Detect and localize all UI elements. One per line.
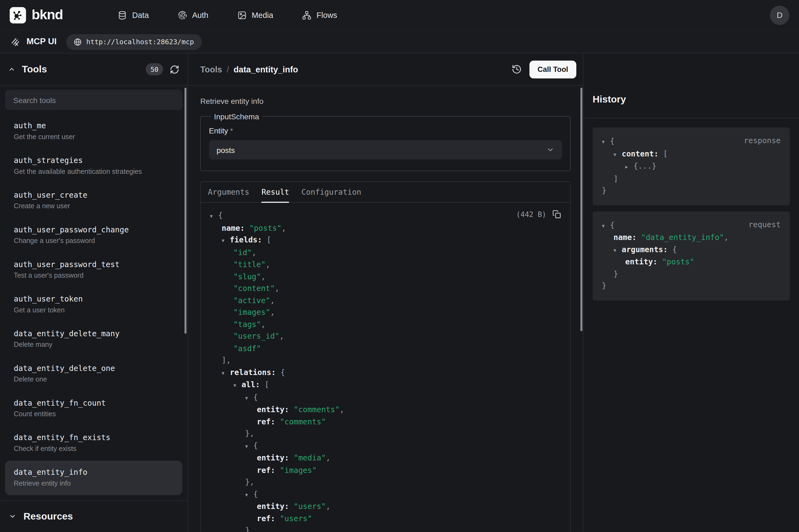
json-string-value: "images" — [280, 465, 317, 475]
call-tool-button[interactable]: Call Tool — [529, 60, 576, 78]
json-punctuation: { — [672, 245, 677, 254]
json-punctuation: } — [602, 281, 606, 290]
tool-list-item-data_entity_delete_one[interactable]: data_entity_delete_oneDelete one — [5, 357, 183, 391]
required-mark: * — [230, 126, 233, 135]
copy-button[interactable] — [552, 210, 561, 218]
tool-name: data_entity_delete_many — [14, 329, 174, 338]
tools-count-badge: 50 — [146, 63, 163, 75]
nav-item-label: Flows — [317, 11, 337, 20]
tool-list-item-auth_strategies[interactable]: auth_strategiesGet the available authent… — [5, 149, 183, 184]
history-entry-response[interactable]: response▾{▾content: [▸{...}]} — [593, 128, 790, 205]
collapse-node-icon[interactable]: ▾ — [233, 380, 242, 392]
tool-description: Retrieve entity info — [14, 479, 174, 487]
tool-description: Retrieve entity info — [200, 97, 571, 106]
json-string-value: "media" — [294, 453, 326, 462]
json-punctuation: } — [245, 429, 250, 438]
entity-select[interactable]: posts — [209, 140, 562, 159]
collapse-node-icon[interactable]: ▾ — [245, 489, 253, 501]
mcp-bar: MCP UI http://localhost:28623/mcp — [0, 31, 799, 54]
breadcrumb-current: data_entity_info — [233, 64, 298, 74]
json-line: ▾fields: [ — [210, 234, 561, 247]
tool-description: Delete one — [14, 376, 174, 383]
database-icon — [118, 11, 127, 20]
json-string-value: "posts" — [249, 224, 282, 233]
history-entry-request[interactable]: request▾{name: "data_entity_info",▾argum… — [593, 211, 790, 300]
json-string-value: "title" — [233, 260, 266, 269]
breadcrumb-tools-link[interactable]: Tools — [200, 64, 222, 74]
json-line: ref: "images" — [210, 464, 561, 476]
collapse-node-icon[interactable]: ▾ — [245, 392, 253, 404]
json-string-value: "content" — [233, 284, 275, 293]
main-nav: DataAuthMediaFlows — [118, 11, 337, 20]
json-string-value: "images" — [233, 308, 270, 317]
fingerprint-icon — [178, 11, 187, 20]
json-line: name: "data_entity_info", — [602, 232, 781, 244]
nav-item-auth[interactable]: Auth — [178, 11, 209, 20]
collapse-node-icon[interactable]: ▾ — [222, 367, 230, 379]
json-punctuation: { — [281, 368, 285, 377]
collapse-node-icon[interactable]: ▾ — [602, 220, 610, 232]
collapse-node-icon[interactable]: ▾ — [613, 149, 622, 160]
json-line: entity: "posts" — [602, 256, 781, 268]
json-key: fields: — [230, 235, 262, 245]
collapse-node-icon[interactable]: ▾ — [613, 244, 622, 256]
tool-list-item-auth_me[interactable]: auth_meGet the current user — [5, 114, 183, 149]
brand-logo[interactable]: bknd — [10, 7, 63, 23]
json-key: content: — [622, 149, 659, 158]
sidebar-scrollbar[interactable] — [185, 88, 187, 334]
json-line: ▾{ — [210, 392, 561, 404]
main-scrollbar[interactable] — [581, 88, 583, 331]
tool-description: Change a user's password — [14, 237, 174, 245]
tool-list-item-data_entity_delete_many[interactable]: data_entity_delete_manyDelete many — [5, 322, 183, 357]
json-punctuation: { — [610, 137, 614, 146]
collapse-tools-button[interactable] — [8, 65, 15, 73]
json-line: ], — [210, 355, 561, 366]
nav-item-media[interactable]: Media — [237, 11, 273, 20]
json-line: ] — [602, 173, 781, 185]
collapse-node-icon[interactable]: ▾ — [245, 440, 253, 452]
collapse-node-icon[interactable]: ▾ — [602, 136, 610, 148]
json-line: "users_id", — [210, 330, 561, 342]
tool-description: Get the current user — [14, 133, 174, 140]
app-window: bknd DataAuthMediaFlows D MCP UI http://… — [0, 0, 799, 532]
json-line: "asdf" — [210, 343, 561, 355]
json-punctuation: } — [602, 186, 606, 195]
tab-arguments[interactable]: Arguments — [202, 182, 255, 202]
json-line: } — [602, 185, 781, 197]
refresh-tools-button[interactable] — [170, 64, 179, 74]
nav-item-label: Media — [252, 11, 273, 20]
nav-item-label: Data — [132, 11, 149, 20]
tool-list-item-auth_user_create[interactable]: auth_user_createCreate a new user — [5, 183, 183, 218]
nav-item-flows[interactable]: Flows — [302, 11, 337, 20]
tool-list-item-auth_user_token[interactable]: auth_user_tokenGet a user token — [5, 287, 183, 322]
tool-list-item-data_entity_fn_count[interactable]: data_entity_fn_countCount entities — [5, 391, 183, 426]
expand-node-icon[interactable]: ▸ — [625, 161, 633, 173]
json-line: ▾all: [ — [210, 379, 561, 392]
history-panel: History response▾{▾content: [▸{...}]}req… — [583, 53, 799, 532]
json-punctuation: { — [610, 221, 614, 230]
tool-list-item-auth_user_password_test[interactable]: auth_user_password_testTest a user's pas… — [5, 253, 183, 287]
user-avatar[interactable]: D — [770, 5, 789, 25]
mcp-url-pill[interactable]: http://localhost:28623/mcp — [66, 34, 202, 50]
history-button[interactable] — [512, 64, 522, 75]
search-tools-input[interactable] — [5, 90, 183, 110]
tool-list-item-auth_user_password_change[interactable]: auth_user_password_changeChange a user's… — [5, 218, 183, 253]
top-nav: bknd DataAuthMediaFlows D — [0, 0, 799, 31]
collapse-node-icon[interactable]: ▾ — [222, 235, 230, 247]
tool-list-item-data_entity_info[interactable]: data_entity_infoRetrieve entity info — [5, 460, 183, 495]
nav-item-data[interactable]: Data — [118, 11, 149, 20]
resources-section-header[interactable]: Resources — [0, 500, 187, 532]
json-line: }, — [210, 428, 561, 440]
json-line: ▸{...} — [602, 160, 781, 173]
json-key: entity: — [257, 502, 289, 511]
nav-item-label: Auth — [192, 11, 208, 20]
mcp-logo-icon — [10, 37, 20, 46]
tools-header: Tools 50 — [0, 53, 187, 86]
collapse-node-icon[interactable]: ▾ — [210, 210, 218, 222]
json-line: entity: "media", — [210, 452, 561, 464]
tab-configuration[interactable]: Configuration — [296, 182, 367, 202]
tool-list-item-data_entity_fn_exists[interactable]: data_entity_fn_existsCheck if entity exi… — [5, 426, 183, 461]
json-key: ref: — [257, 514, 275, 523]
tab-result[interactable]: Result — [255, 182, 296, 202]
json-string-value: "users_id" — [233, 331, 280, 341]
